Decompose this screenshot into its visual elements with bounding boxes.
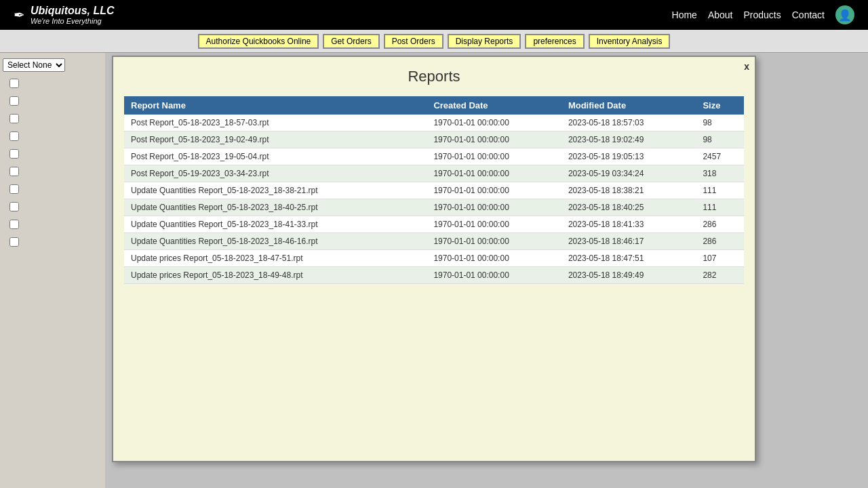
- table-row[interactable]: Post Report_05-18-2023_18-57-03.rpt 1970…: [124, 115, 744, 131]
- table-row[interactable]: Post Report_05-18-2023_19-05-04.rpt 1970…: [124, 148, 744, 165]
- cell-size: 2457: [696, 148, 744, 165]
- cell-created-date: 1970-01-01 00:00:00: [427, 233, 561, 250]
- sub-nav-bar: Authorize Quickbooks Online Get Orders P…: [0, 30, 868, 53]
- cell-created-date: 1970-01-01 00:00:00: [427, 115, 561, 131]
- reports-modal: x Reports Report Name Created Date Modif…: [112, 56, 756, 462]
- preferences-btn[interactable]: preferences: [525, 34, 584, 49]
- table-row[interactable]: Update Quantities Report_05-18-2023_18-3…: [124, 182, 744, 199]
- table-row[interactable]: Update prices Report_05-18-2023_18-49-48…: [124, 267, 744, 284]
- nav-about[interactable]: About: [708, 9, 733, 20]
- table-row[interactable]: Update Quantities Report_05-18-2023_18-4…: [124, 233, 744, 250]
- cell-report-name: Post Report_05-19-2023_03-34-23.rpt: [124, 165, 427, 182]
- cell-size: 286: [696, 233, 744, 250]
- cell-report-name: Post Report_05-18-2023_19-05-04.rpt: [124, 148, 427, 165]
- cell-report-name: Update Quantities Report_05-18-2023_18-3…: [124, 182, 427, 199]
- cell-modified-date: 2023-05-18 18:47:51: [561, 250, 696, 267]
- table-row[interactable]: Post Report_05-18-2023_19-02-49.rpt 1970…: [124, 131, 744, 148]
- col-header-modified-date: Modified Date: [561, 96, 696, 115]
- cell-report-name: Post Report_05-18-2023_18-57-03.rpt: [124, 115, 427, 131]
- brand-text: Ubiquitous, LLC We're Into Everything: [31, 4, 115, 26]
- col-header-report-name: Report Name: [124, 96, 427, 115]
- cell-created-date: 1970-01-01 00:00:00: [427, 250, 561, 267]
- modal-title: Reports: [124, 68, 744, 85]
- table-row[interactable]: Post Report_05-19-2023_03-34-23.rpt 1970…: [124, 165, 744, 182]
- cell-size: 282: [696, 267, 744, 284]
- top-nav-bar: ✒ Ubiquitous, LLC We're Into Everything …: [0, 0, 868, 30]
- col-header-created-date: Created Date: [427, 96, 561, 115]
- cell-modified-date: 2023-05-18 18:38:21: [561, 182, 696, 199]
- inventory-analysis-btn[interactable]: Inventory Analysis: [589, 34, 671, 49]
- cell-report-name: Update Quantities Report_05-18-2023_18-4…: [124, 216, 427, 233]
- table-header-row: Report Name Created Date Modified Date S…: [124, 96, 744, 115]
- nav-links: Home About Products Contact 👤: [672, 5, 854, 24]
- cell-size: 111: [696, 182, 744, 199]
- brand-icon: ✒: [14, 7, 25, 23]
- authorize-quickbooks-btn[interactable]: Authorize Quickbooks Online: [198, 34, 319, 49]
- cell-report-name: Update prices Report_05-18-2023_18-47-51…: [124, 250, 427, 267]
- user-avatar[interactable]: 👤: [835, 5, 854, 24]
- modal-overlay: x Reports Report Name Created Date Modif…: [0, 53, 868, 488]
- cell-size: 98: [696, 131, 744, 148]
- cell-modified-date: 2023-05-18 18:49:49: [561, 267, 696, 284]
- modal-close-btn[interactable]: x: [744, 61, 749, 72]
- brand: ✒ Ubiquitous, LLC We're Into Everything: [14, 4, 115, 26]
- cell-created-date: 1970-01-01 00:00:00: [427, 216, 561, 233]
- col-header-size: Size: [696, 96, 744, 115]
- cell-created-date: 1970-01-01 00:00:00: [427, 131, 561, 148]
- get-orders-btn[interactable]: Get Orders: [323, 34, 379, 49]
- brand-tagline: We're Into Everything: [31, 17, 115, 26]
- cell-created-date: 1970-01-01 00:00:00: [427, 165, 561, 182]
- cell-modified-date: 2023-05-18 19:02:49: [561, 131, 696, 148]
- table-row[interactable]: Update prices Report_05-18-2023_18-47-51…: [124, 250, 744, 267]
- reports-table: Report Name Created Date Modified Date S…: [124, 96, 744, 284]
- cell-modified-date: 2023-05-19 03:34:24: [561, 165, 696, 182]
- table-row[interactable]: Update Quantities Report_05-18-2023_18-4…: [124, 199, 744, 216]
- cell-report-name: Update Quantities Report_05-18-2023_18-4…: [124, 233, 427, 250]
- cell-modified-date: 2023-05-18 18:46:17: [561, 233, 696, 250]
- cell-modified-date: 2023-05-18 18:57:03: [561, 115, 696, 131]
- main-area: Select None Select All x Reports: [0, 53, 868, 488]
- cell-created-date: 1970-01-01 00:00:00: [427, 267, 561, 284]
- cell-size: 318: [696, 165, 744, 182]
- cell-size: 111: [696, 199, 744, 216]
- cell-size: 98: [696, 115, 744, 131]
- brand-name: Ubiquitous, LLC: [31, 4, 115, 17]
- cell-report-name: Update prices Report_05-18-2023_18-49-48…: [124, 267, 427, 284]
- table-row[interactable]: Update Quantities Report_05-18-2023_18-4…: [124, 216, 744, 233]
- cell-created-date: 1970-01-01 00:00:00: [427, 148, 561, 165]
- cell-modified-date: 2023-05-18 18:40:25: [561, 199, 696, 216]
- cell-created-date: 1970-01-01 00:00:00: [427, 199, 561, 216]
- cell-report-name: Post Report_05-18-2023_19-02-49.rpt: [124, 131, 427, 148]
- cell-modified-date: 2023-05-18 18:41:33: [561, 216, 696, 233]
- cell-size: 286: [696, 216, 744, 233]
- display-reports-btn[interactable]: Display Reports: [448, 34, 521, 49]
- post-orders-btn[interactable]: Post Orders: [384, 34, 443, 49]
- cell-report-name: Update Quantities Report_05-18-2023_18-4…: [124, 199, 427, 216]
- nav-contact[interactable]: Contact: [792, 9, 825, 20]
- cell-created-date: 1970-01-01 00:00:00: [427, 182, 561, 199]
- nav-home[interactable]: Home: [672, 9, 697, 20]
- cell-modified-date: 2023-05-18 19:05:13: [561, 148, 696, 165]
- cell-size: 107: [696, 250, 744, 267]
- nav-products[interactable]: Products: [744, 9, 781, 20]
